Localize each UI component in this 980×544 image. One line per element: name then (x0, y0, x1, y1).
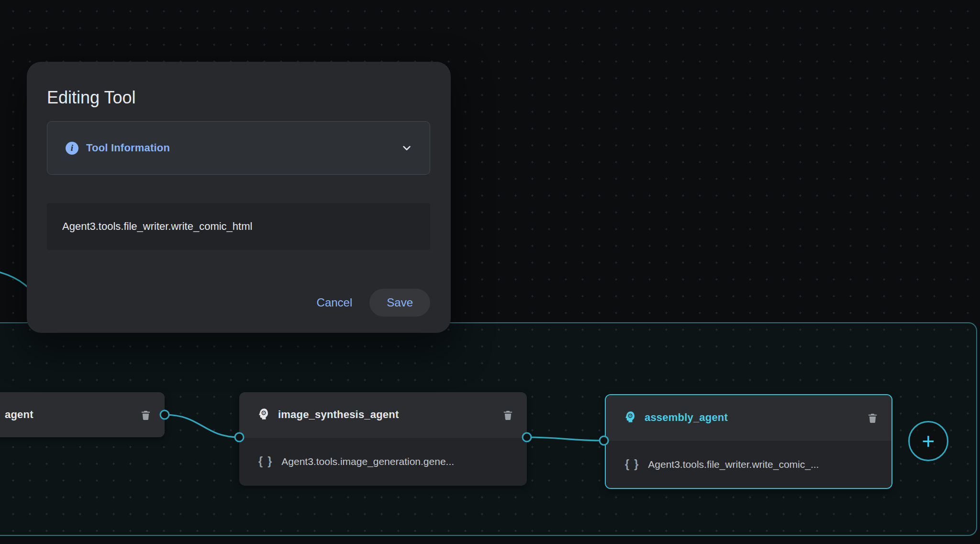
canvas: { "modal": { "title": "Editing Tool", "t… (0, 0, 980, 544)
modal-actions: Cancel Save (306, 289, 430, 317)
node-agent[interactable]: agent (0, 392, 165, 437)
trash-icon (502, 409, 513, 420)
node-header: ⚙ assembly_agent (606, 395, 891, 440)
node-title: agent (5, 408, 33, 421)
trash-icon (140, 409, 151, 420)
section-label: Tool Information (86, 142, 170, 154)
psychology-icon: ⚙ (257, 408, 270, 422)
braces-icon: { } (258, 455, 273, 468)
delete-node-button[interactable] (867, 412, 878, 423)
node-agent-header: agent (0, 392, 165, 437)
node-tool-chip[interactable]: { } Agent3.tools.image_generation.gene..… (239, 437, 527, 485)
tool-information-section[interactable]: i Tool Information (47, 121, 430, 175)
editing-tool-modal: Editing Tool i Tool Information Cancel S… (27, 62, 451, 333)
tool-path: Agent3.tools.file_writer.write_comic_... (648, 459, 819, 470)
psychology-icon: ⚙ (624, 410, 637, 425)
node-title: image_synthesis_agent (278, 408, 399, 421)
info-icon: i (66, 142, 78, 155)
modal-title: Editing Tool (47, 88, 431, 108)
save-button[interactable]: Save (369, 289, 430, 317)
node-image-synthesis-agent[interactable]: ⚙ image_synthesis_agent { } Agent3.tools… (239, 392, 527, 486)
cancel-button[interactable]: Cancel (306, 296, 363, 309)
node-tool-chip[interactable]: { } Agent3.tools.file_writer.write_comic… (606, 440, 891, 488)
trash-icon (867, 412, 878, 423)
add-node-button[interactable]: + (908, 421, 948, 461)
svg-text:⚙: ⚙ (627, 412, 633, 419)
node-assembly-agent[interactable]: ⚙ assembly_agent { } Agent3.tools.file_w… (605, 394, 892, 489)
node-title: assembly_agent (645, 411, 728, 424)
plus-icon: + (922, 430, 935, 452)
delete-node-button[interactable] (140, 409, 151, 420)
tool-path: Agent3.tools.image_generation.gene... (281, 456, 454, 467)
tool-name-input[interactable] (47, 203, 430, 250)
node-header: ⚙ image_synthesis_agent (239, 392, 527, 437)
chevron-down-icon[interactable] (400, 141, 413, 155)
delete-node-button[interactable] (502, 409, 513, 420)
braces-icon: { } (625, 458, 639, 471)
svg-text:⚙: ⚙ (261, 409, 267, 417)
